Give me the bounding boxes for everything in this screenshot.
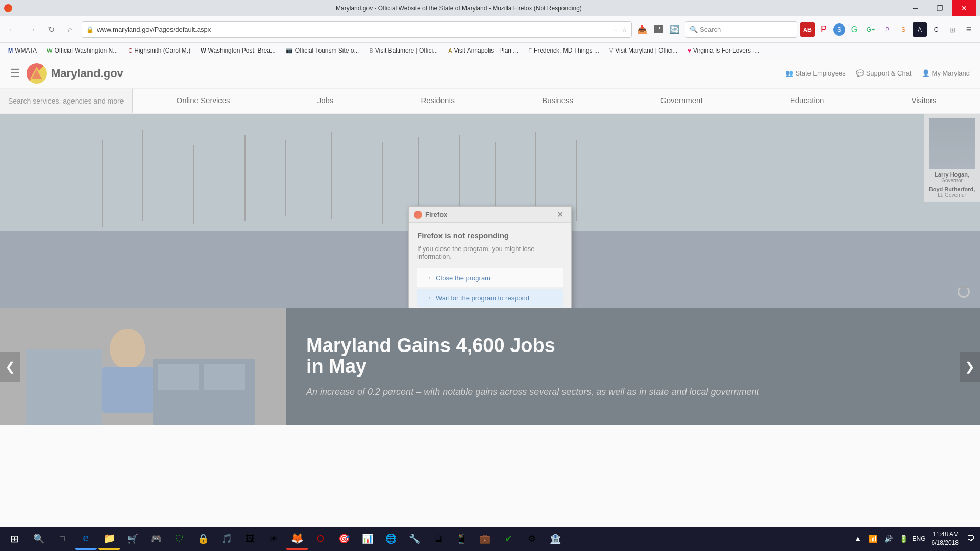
back-button[interactable]: ← [4, 21, 20, 38]
restore-button[interactable]: ❐ [928, 0, 951, 16]
taskbar-app-8[interactable]: 📱 [450, 528, 473, 550]
bookmark-frederick[interactable]: F Frederick, MD Things ... [524, 44, 603, 57]
news-subtext: An increase of 0.2 percent – with notabl… [306, 386, 960, 398]
taskbar-clock[interactable]: 11:48 AM 6/18/2018 [927, 530, 963, 547]
employees-icon: 👥 [785, 69, 793, 77]
taskbar-photos[interactable]: 🖼 [239, 528, 261, 550]
taskbar-firefox[interactable]: 🦊 [286, 528, 308, 550]
ext7-icon[interactable]: C [929, 22, 943, 37]
taskbar-app-5[interactable]: 📊 [356, 528, 379, 550]
bookmark-annapolis[interactable]: A Visit Annapolis - Plan ... [444, 44, 522, 57]
nav-government[interactable]: Government [651, 89, 712, 113]
home-button[interactable]: ⌂ [62, 21, 79, 38]
ext1-icon[interactable]: S [833, 23, 845, 36]
forward-button[interactable]: → [23, 21, 40, 38]
firefox-dialog: Firefox ✕ Firefox is not responding If y… [408, 206, 572, 308]
search-taskbar-icon: 🔍 [33, 533, 44, 544]
pinterest-icon[interactable]: P [817, 22, 831, 37]
bookmark-baltimore[interactable]: B Visit Baltimore | Offici... [365, 44, 442, 57]
website-container: ☰ Maryland.gov 👥 State Employees 💬 Suppo… [0, 58, 980, 527]
cortana-button[interactable]: 🔍 [28, 528, 50, 550]
taskbar-opera[interactable]: O [309, 528, 332, 550]
close-program-button[interactable]: → Close the program [417, 268, 563, 287]
network-icon[interactable]: 📶 [866, 529, 880, 549]
taskbar-app-3[interactable]: 🎮 [145, 528, 167, 550]
support-chat-link[interactable]: 💬 Support & Chat [856, 69, 912, 77]
bookmark-tourism[interactable]: 📷 Official Tourism Site o... [282, 44, 363, 57]
ext8-icon[interactable]: ⊞ [945, 22, 960, 37]
start-button[interactable]: ⊞ [2, 529, 27, 549]
close-button[interactable]: ✕ [952, 0, 976, 16]
taskbar-lastpass[interactable]: 🔒 [192, 528, 214, 550]
ext5-icon[interactable]: S [896, 22, 911, 37]
wait-program-button[interactable]: → Wait for the program to respond [417, 289, 563, 307]
taskbar-store[interactable]: 🛒 [121, 528, 144, 550]
downloads-icon[interactable]: 📥 [635, 22, 649, 37]
bookmark-star-icon[interactable]: ☆ [622, 26, 627, 33]
taskbar-banking-app[interactable]: 🏦 [544, 528, 567, 550]
taskbar-app-7[interactable]: 🖥 [427, 528, 449, 550]
synced-tabs-icon[interactable]: 🔄 [668, 22, 682, 37]
ext4-icon[interactable]: P [880, 22, 894, 37]
pocket-icon[interactable]: 🅿 [651, 22, 666, 37]
browser-search-bar[interactable]: 🔍 Search [685, 21, 797, 38]
app9-icon: 💼 [479, 533, 491, 544]
taskbar-check-app[interactable]: ✔ [497, 528, 520, 550]
browser-nav-bar: ← → ↻ ⌂ 🔒 www.maryland.gov/Pages/default… [0, 16, 980, 43]
battery-icon[interactable]: 🔋 [897, 529, 911, 549]
browser-title-text: Maryland.gov - Official Website of the S… [18, 5, 899, 12]
dialog-body: Firefox is not responding If you close t… [409, 223, 571, 308]
bookmark-official-washington[interactable]: W Official Washington N... [43, 44, 122, 57]
menu-icon[interactable]: ≡ [962, 22, 976, 37]
action-center-icon[interactable]: 🗨 [964, 529, 978, 549]
task-view-icon: □ [60, 534, 65, 543]
nav-visitors[interactable]: Visitors [902, 89, 945, 113]
bookmark-highsmith[interactable]: C Highsmith (Carol M.) [124, 44, 194, 57]
bookmark-virginia[interactable]: ♥ Virginia Is For Lovers -... [683, 44, 764, 57]
ime-icon[interactable]: ENG [912, 529, 926, 549]
ext6-icon[interactable]: A [913, 22, 927, 37]
task-view-button[interactable]: □ [51, 528, 74, 550]
nav-education[interactable]: Education [781, 89, 834, 113]
browser2-icon: 🌐 [385, 533, 397, 544]
bookmark-label: Virginia Is For Lovers -... [693, 47, 760, 54]
my-maryland-link[interactable]: 👤 My Maryland [922, 69, 970, 77]
bookmark-visit-maryland[interactable]: V Visit Maryland | Offici... [605, 44, 681, 57]
bookmark-washington-post[interactable]: W Washington Post: Brea... [197, 44, 280, 57]
lock-icon: 🔒 [86, 26, 94, 33]
official-washington-icon: W [47, 47, 52, 54]
taskbar-file-explorer[interactable]: 📁 [98, 528, 120, 550]
nav-jobs[interactable]: Jobs [308, 89, 343, 113]
ext3-icon[interactable]: G+ [864, 22, 878, 37]
nav-online-services[interactable]: Online Services [167, 89, 239, 113]
site-header-right: 👥 State Employees 💬 Support & Chat 👤 My … [785, 69, 970, 77]
site-search-input[interactable] [0, 89, 133, 113]
adblock-icon[interactable]: AB [800, 22, 815, 37]
taskbar-app-9[interactable]: 💼 [474, 528, 496, 550]
taskbar-malwarebytes[interactable]: 🛡 [168, 528, 191, 550]
nav-business[interactable]: Business [533, 89, 582, 113]
taskbar-app-4[interactable]: 🎯 [333, 528, 355, 550]
store-icon: 🛒 [127, 533, 138, 544]
taskbar-edge[interactable]: e [75, 528, 97, 550]
volume-icon[interactable]: 🔊 [881, 529, 896, 549]
address-bar[interactable]: 🔒 www.maryland.gov/Pages/default.aspx ··… [82, 21, 632, 38]
visit-md-icon: V [609, 47, 613, 54]
state-employees-link[interactable]: 👥 State Employees [785, 69, 845, 77]
ext2-icon[interactable]: G [847, 22, 862, 37]
dialog-close-x-button[interactable]: ✕ [554, 209, 566, 221]
toolbar-icons: 📥 🅿 🔄 [635, 22, 682, 37]
bookmark-wmata[interactable]: M WMATA [4, 44, 41, 57]
hamburger-menu[interactable]: ☰ [10, 67, 20, 80]
minimize-button[interactable]: ─ [903, 0, 927, 16]
carousel-right-arrow[interactable]: ❯ [960, 352, 980, 382]
taskbar-weather[interactable]: ☀ [262, 528, 285, 550]
show-hidden-icons[interactable]: ▲ [851, 529, 865, 549]
carousel-left-arrow[interactable]: ❮ [0, 352, 20, 382]
nav-residents[interactable]: Residents [411, 89, 464, 113]
taskbar-app-6[interactable]: 🔧 [403, 528, 426, 550]
taskbar-browser-2[interactable]: 🌐 [380, 528, 402, 550]
reload-button[interactable]: ↻ [43, 21, 59, 38]
taskbar-media[interactable]: 🎵 [215, 528, 238, 550]
taskbar-settings[interactable]: ⚙ [521, 528, 543, 550]
